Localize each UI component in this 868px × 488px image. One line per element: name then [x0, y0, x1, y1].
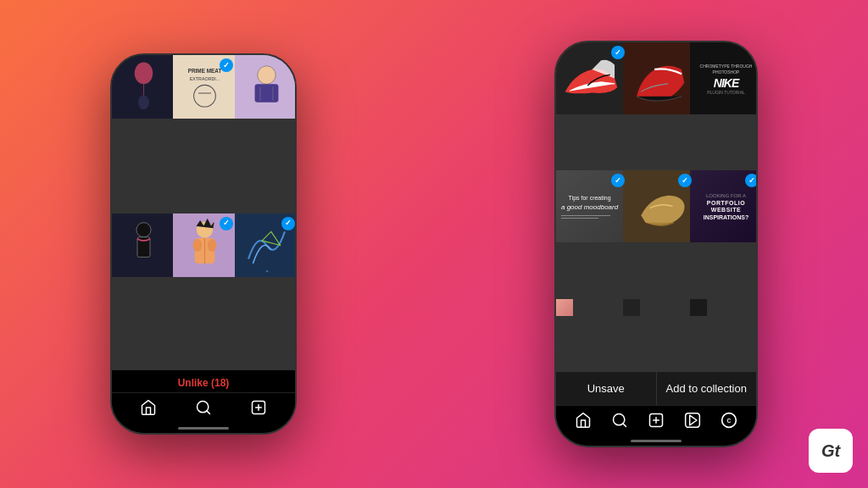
phone-right-grid: CHROMETYPE THROUGH PHOTOSHOP NIKE PLUGIN… [556, 42, 756, 371]
right-cell-nike[interactable]: CHROMETYPE THROUGH PHOTOSHOP NIKE PLUGIN… [690, 42, 756, 114]
right-search-icon[interactable] [610, 411, 629, 430]
unsave-button[interactable]: Unsave [556, 372, 657, 405]
svg-rect-39 [686, 413, 700, 428]
search-icon[interactable] [194, 398, 213, 417]
check-badge-r1 [611, 46, 625, 59]
watermark: Gt [809, 429, 853, 473]
right-home-icon[interactable] [574, 411, 593, 430]
svg-point-15 [136, 222, 151, 236]
svg-point-3 [138, 95, 149, 109]
right-cell-portfolio[interactable]: LOOKING FOR A PORTFOLIO WEBSITE INSPIRAT… [690, 170, 756, 242]
action-bar-right: Unsave Add to collection [556, 371, 756, 405]
grid-cell-5[interactable] [173, 214, 236, 277]
svg-line-35 [623, 424, 626, 427]
unlike-button[interactable]: Unlike (18) [178, 377, 230, 389]
phone-left: PRIME MEAT EXTRAORDI... [110, 53, 297, 435]
right-cell-dark[interactable] [623, 299, 640, 316]
check-badge-6 [281, 217, 295, 230]
svg-point-10 [257, 66, 275, 84]
svg-text:✦: ✦ [264, 268, 268, 273]
svg-point-1 [135, 63, 153, 85]
right-cell-pink[interactable] [556, 299, 573, 316]
check-badge-r6 [745, 174, 756, 187]
phone-left-grid: PRIME MEAT EXTRAORDI... [112, 55, 295, 370]
right-reels-icon[interactable] [683, 411, 702, 430]
right-add-icon[interactable] [647, 411, 665, 430]
check-badge-5 [220, 217, 233, 230]
watermark-text: Gt [821, 441, 840, 461]
grid-cell-1[interactable] [112, 55, 175, 119]
home-icon[interactable] [139, 398, 158, 417]
grid-cell-4[interactable] [112, 214, 175, 277]
right-cell-foot[interactable] [623, 170, 695, 242]
right-cell-sneaker1[interactable] [556, 42, 628, 114]
svg-text:PRIME MEAT: PRIME MEAT [188, 68, 222, 74]
action-bar-left: Unlike (18) [112, 370, 295, 392]
add-to-collection-button[interactable]: Add to collection [657, 372, 757, 405]
svg-text:EXTRAORDI...: EXTRAORDI... [190, 76, 220, 81]
nav-bar-right: C [556, 405, 756, 438]
home-indicator-right [631, 440, 682, 442]
grid-cell-3[interactable] [235, 55, 295, 119]
right-profile-icon[interactable]: C [720, 411, 738, 430]
svg-line-27 [207, 411, 210, 414]
grid-cell-6[interactable]: ✦ [235, 214, 295, 277]
svg-point-21 [193, 239, 203, 252]
home-indicator-left [178, 427, 229, 430]
right-cell-sneaker2[interactable] [623, 42, 695, 114]
phones-container: PRIME MEAT EXTRAORDI... [0, 0, 868, 488]
phone-left-screen: PRIME MEAT EXTRAORDI... [112, 55, 295, 433]
grid-cell-2[interactable]: PRIME MEAT EXTRAORDI... [173, 55, 236, 119]
right-cell-moodboard[interactable]: Tips for creatinga good moodboard [556, 170, 628, 242]
svg-text:C: C [727, 418, 732, 424]
nav-bar-left [112, 392, 295, 425]
add-icon[interactable] [249, 398, 268, 417]
svg-rect-11 [254, 84, 278, 102]
phone-right: CHROMETYPE THROUGH PHOTOSHOP NIKE PLUGIN… [554, 41, 758, 447]
phone-right-screen: CHROMETYPE THROUGH PHOTOSHOP NIKE PLUGIN… [556, 42, 756, 446]
svg-point-22 [208, 239, 217, 252]
right-cell-empty [690, 299, 707, 316]
